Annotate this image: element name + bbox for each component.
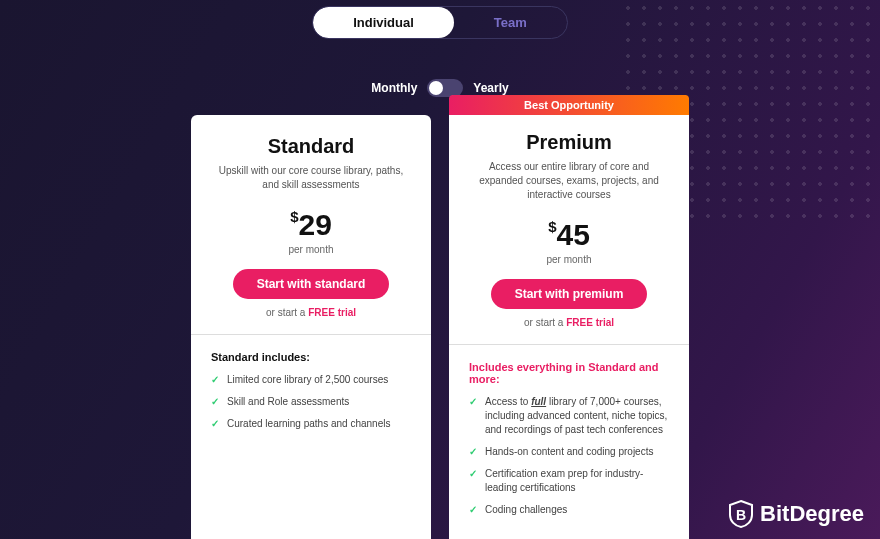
start-premium-button[interactable]: Start with premium <box>491 279 648 309</box>
logo-text: BitDegree <box>760 501 864 527</box>
feature-text: Limited core library of 2,500 courses <box>227 373 388 387</box>
feature-text: Skill and Role assessments <box>227 395 349 409</box>
check-icon: ✓ <box>211 373 219 387</box>
plan-premium-price: $45 <box>469 218 669 252</box>
tab-team[interactable]: Team <box>454 7 567 38</box>
plan-type-tabs-container: Individual Team <box>0 0 880 39</box>
tab-individual[interactable]: Individual <box>313 7 454 38</box>
premium-includes-title: Includes everything in Standard and more… <box>469 361 669 385</box>
plan-standard-desc: Upskill with our core course library, pa… <box>211 164 411 192</box>
feature-text: Coding challenges <box>485 503 567 517</box>
plan-type-tabs: Individual Team <box>312 6 568 39</box>
billing-monthly-label: Monthly <box>371 81 417 95</box>
plan-standard-price: $29 <box>211 208 411 242</box>
premium-trial-text: or start a FREE trial <box>469 317 669 328</box>
premium-free-trial-link[interactable]: FREE trial <box>566 317 614 328</box>
check-icon: ✓ <box>211 395 219 409</box>
check-icon: ✓ <box>469 395 477 409</box>
plan-premium-unit: per month <box>469 254 669 265</box>
feature-text: Curated learning paths and channels <box>227 417 390 431</box>
feature-text: Hands-on content and coding projects <box>485 445 653 459</box>
plan-standard-unit: per month <box>211 244 411 255</box>
feature-text-emphasis: full <box>531 396 546 407</box>
standard-free-trial-link[interactable]: FREE trial <box>308 307 356 318</box>
standard-includes-title: Standard includes: <box>211 351 411 363</box>
feature-text: Access to full library of 7,000+ courses… <box>485 395 669 437</box>
feature-item: ✓ Coding challenges <box>469 503 669 517</box>
feature-item: ✓ Limited core library of 2,500 courses <box>211 373 411 387</box>
plan-standard-title: Standard <box>211 135 411 158</box>
plan-premium-desc: Access our entire library of core and ex… <box>469 160 669 202</box>
feature-item: ✓ Certification exam prep for industry-l… <box>469 467 669 495</box>
feature-item: ✓ Skill and Role assessments <box>211 395 411 409</box>
check-icon: ✓ <box>469 503 477 517</box>
check-icon: ✓ <box>469 467 477 481</box>
divider <box>449 344 689 345</box>
billing-yearly-label: Yearly <box>473 81 508 95</box>
feature-text: Certification exam prep for industry-lea… <box>485 467 669 495</box>
toggle-knob <box>429 81 443 95</box>
plan-premium-title: Premium <box>469 131 669 154</box>
feature-item: ✓ Access to full library of 7,000+ cours… <box>469 395 669 437</box>
trial-prefix: or start a <box>266 307 308 318</box>
feature-text-part: Access to <box>485 396 531 407</box>
start-standard-button[interactable]: Start with standard <box>233 269 390 299</box>
plan-standard: Standard Upskill with our core course li… <box>191 115 431 539</box>
billing-toggle: Monthly Yearly <box>0 79 880 97</box>
plan-premium: Best Opportunity Premium Access our enti… <box>449 95 689 539</box>
pricing-plans: Standard Upskill with our core course li… <box>0 115 880 539</box>
feature-item: ✓ Curated learning paths and channels <box>211 417 411 431</box>
divider <box>191 334 431 335</box>
trial-prefix: or start a <box>524 317 566 328</box>
svg-text:B: B <box>736 507 746 523</box>
standard-trial-text: or start a FREE trial <box>211 307 411 318</box>
bitdegree-logo: B BitDegree <box>728 499 864 529</box>
feature-item: ✓ Hands-on content and coding projects <box>469 445 669 459</box>
best-opportunity-badge: Best Opportunity <box>449 95 689 115</box>
price-amount: 29 <box>298 208 331 241</box>
price-amount: 45 <box>556 218 589 251</box>
check-icon: ✓ <box>211 417 219 431</box>
bitdegree-shield-icon: B <box>728 499 754 529</box>
check-icon: ✓ <box>469 445 477 459</box>
